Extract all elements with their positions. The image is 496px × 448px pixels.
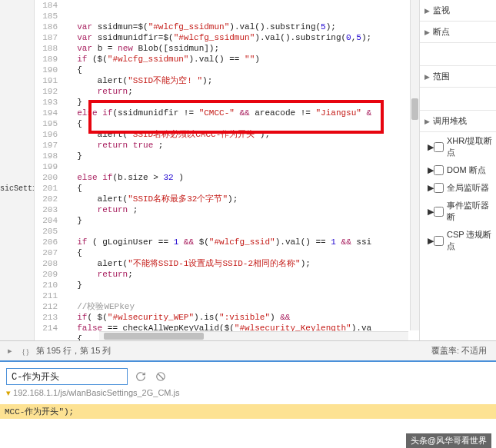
line-number: 194	[35, 108, 58, 118]
search-panel: ▾ 192.168.1.1/js/wlanBasicSettings_2G_CM…	[0, 360, 496, 404]
code-line[interactable]: {	[64, 183, 419, 194]
line-number: 207	[35, 247, 58, 258]
breakpoint-checkbox[interactable]	[434, 183, 444, 193]
line-number: 210	[35, 280, 58, 290]
code-line[interactable]: //校验WEPkey	[64, 301, 419, 312]
code-line[interactable]: return;	[64, 269, 419, 280]
cancel-icon[interactable]	[154, 370, 168, 383]
breakpoint-checkbox[interactable]	[434, 236, 444, 246]
breakpoint-checkbox[interactable]	[434, 207, 444, 217]
chevron-right-icon: ▶	[424, 28, 430, 36]
code-line[interactable]: alert("SSID不能为空! ");	[64, 75, 419, 86]
chevron-right-icon: ▶	[428, 165, 434, 175]
chevron-right-icon: ▶	[428, 142, 434, 152]
line-number: 213	[35, 312, 58, 323]
line-number: 212	[35, 301, 58, 312]
chevron-right-icon: ▶	[424, 118, 430, 125]
code-line[interactable]: var ssidmun=$("#wlcfg_ssidmun").val().su…	[64, 22, 419, 32]
refresh-icon[interactable]	[134, 370, 148, 383]
line-number: 204	[35, 215, 58, 226]
files-tree-panel[interactable]: sicSetting	[0, 0, 35, 340]
file-tree-item[interactable]: sicSetting	[0, 184, 34, 193]
code-line[interactable]: }	[64, 97, 419, 108]
chevron-right-icon: ▶	[424, 73, 430, 81]
line-number: 188	[35, 43, 58, 54]
chevron-right-icon: ▶	[428, 207, 434, 217]
sidebar-section[interactable]: ▶断点	[420, 22, 496, 43]
code-line[interactable]: var b = new Blob([ssidmun]);	[64, 43, 419, 54]
breakpoint-checkbox[interactable]	[434, 165, 444, 175]
line-number: 195	[35, 118, 58, 129]
search-input[interactable]	[6, 368, 128, 385]
sidebar-section[interactable]: ▶调用堆栈	[420, 111, 496, 132]
line-number: 201	[35, 183, 58, 194]
code-line[interactable]: alert("不能将SSID-1设置成与SSID-2相同的名称");	[64, 258, 419, 269]
line-number: 189	[35, 54, 58, 65]
line-number: 206	[35, 237, 58, 247]
line-number: 203	[35, 204, 58, 215]
line-number: 186	[35, 22, 58, 32]
chevron-right-icon: ▶	[428, 236, 434, 246]
code-line[interactable]: }	[64, 280, 419, 290]
horizontal-scrollbar[interactable]	[99, 331, 408, 340]
code-line[interactable]: }	[64, 215, 419, 226]
horizontal-scroll-thumb[interactable]	[104, 333, 204, 340]
vertical-scrollbar[interactable]	[410, 0, 419, 330]
code-line[interactable]: return ;	[64, 204, 419, 215]
code-line[interactable]: else if(ssidmunidfir != "CMCC-" && areac…	[64, 108, 419, 118]
code-line[interactable]: return true ;	[64, 140, 419, 151]
coverage-label: 覆盖率: 不适用	[431, 345, 487, 357]
code-line[interactable]: }	[64, 151, 419, 161]
status-bar: ▸ {} 第 195 行，第 15 列 覆盖率: 不适用	[0, 340, 496, 360]
code-line[interactable]: {	[64, 118, 419, 129]
code-line[interactable]: return;	[64, 86, 419, 97]
cursor-location: 第 195 行，第 15 列	[36, 345, 112, 357]
checkbox-label: CSP 违规断点	[447, 229, 493, 252]
code-line[interactable]: var ssidmunidfir=$("#wlcfg_ssidmun").val…	[64, 32, 419, 43]
line-number-gutter: 1841851861871881891901911921931941951961…	[35, 0, 64, 340]
line-number: 190	[35, 65, 58, 75]
checkbox-label: DOM 断点	[447, 164, 486, 176]
watermark: 头条@风华哥看世界	[406, 433, 491, 448]
search-result-line[interactable]: MCC-作为开头");	[0, 404, 496, 419]
sidebar-checkbox-row[interactable]: ▶事件监听器断	[420, 197, 496, 226]
code-line[interactable]: if ($("#wlcfg_ssidmun").val() == "")	[64, 54, 419, 65]
sidebar-checkbox-row[interactable]: ▶全局监听器	[420, 179, 496, 197]
line-number: 205	[35, 226, 58, 237]
vertical-scroll-thumb[interactable]	[411, 98, 418, 120]
line-number: 200	[35, 172, 58, 183]
line-number: 193	[35, 97, 58, 108]
line-number: 208	[35, 258, 58, 269]
line-number: 196	[35, 129, 58, 140]
chevron-right-icon: ▶	[428, 183, 434, 193]
line-number: 214	[35, 323, 58, 334]
format-code-button[interactable]: {}	[22, 347, 30, 356]
code-line[interactable]: alert("SSID名称最多32个字节");	[64, 194, 419, 204]
sidebar-checkbox-row[interactable]: ▶DOM 断点	[420, 161, 496, 179]
chevron-right-icon: ▶	[424, 7, 430, 15]
line-number: 197	[35, 140, 58, 151]
line-number: 191	[35, 75, 58, 86]
code-line[interactable]: {	[64, 247, 419, 258]
code-line[interactable]: if ( gLoginUser == 1 && $("#wlcfg_ssid")…	[64, 237, 419, 247]
code-line[interactable]	[64, 226, 419, 237]
code-line[interactable]: alert("SSID名称必须以CMCC-作为开头");	[64, 129, 419, 140]
line-number: 198	[35, 151, 58, 161]
line-number: 187	[35, 32, 58, 43]
code-line[interactable]	[64, 161, 419, 172]
line-number: 192	[35, 86, 58, 97]
sidebar-checkbox-row[interactable]: ▶XHR/提取断点	[420, 132, 496, 161]
sidebar-section[interactable]: ▶监视	[420, 0, 496, 22]
breakpoint-checkbox[interactable]	[434, 142, 444, 152]
line-number: 209	[35, 269, 58, 280]
code-editor[interactable]: 1841851861871881891901911921931941951961…	[35, 0, 419, 340]
sidebar-checkbox-row[interactable]: ▶CSP 违规断点	[420, 226, 496, 255]
code-line[interactable]: else if(b.size > 32 )	[64, 172, 419, 183]
extensions-icon[interactable]: ▸	[5, 346, 15, 357]
code-content[interactable]: var ssidmun=$("#wlcfg_ssidmun").val().su…	[64, 0, 419, 340]
sidebar-section[interactable]: ▶范围	[420, 66, 496, 88]
code-line[interactable]: {	[64, 65, 419, 75]
result-file-path[interactable]: ▾ 192.168.1.1/js/wlanBasicSettings_2G_CM…	[6, 388, 490, 398]
code-line[interactable]: if( $("#wlsecurity_WEP").is(":visible") …	[64, 312, 419, 323]
code-line[interactable]	[64, 290, 419, 301]
